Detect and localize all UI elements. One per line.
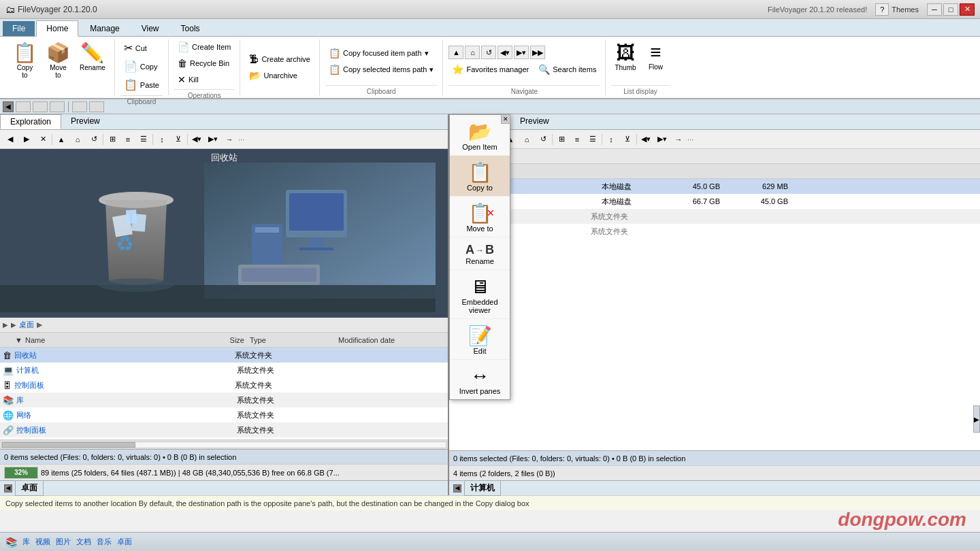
- nav-forward-button[interactable]: ▶▾: [514, 46, 529, 59]
- nav-prev2-btn[interactable]: ◀▾: [189, 133, 204, 146]
- filter-btn[interactable]: ⊻: [171, 133, 186, 146]
- toolbar-view1[interactable]: [16, 101, 31, 112]
- scrollbar-thumb[interactable]: [2, 442, 135, 448]
- left-up-btn[interactable]: ▲: [54, 133, 69, 146]
- tab-preview-left[interactable]: Preview: [61, 114, 110, 129]
- search-items-button[interactable]: 🔍Search items: [535, 62, 600, 77]
- ctx-embedded-viewer[interactable]: 🖥 Embedded viewer: [450, 270, 510, 319]
- tab-exploration-left[interactable]: Exploration: [0, 114, 61, 129]
- right-collapse-btn[interactable]: ◀: [453, 484, 461, 492]
- copy-to-button[interactable]: 📋 Copyto: [10, 39, 40, 81]
- right-view-list-btn[interactable]: ≡: [570, 133, 585, 146]
- rename-button[interactable]: ✏️ Rename: [76, 39, 109, 73]
- left-collapse-btn[interactable]: ◀: [4, 484, 12, 492]
- taskbar-item-desktop[interactable]: 卓面: [117, 537, 132, 547]
- right-list-item[interactable]: 系统文件夹: [449, 224, 980, 239]
- list-item[interactable]: 🌐 网络 系统文件夹: [0, 407, 448, 422]
- unarchive-button[interactable]: 📂Unarchive: [246, 68, 314, 83]
- create-archive-button[interactable]: 🗜Create archive: [246, 52, 314, 67]
- ctx-rename[interactable]: A→B Rename: [450, 237, 510, 270]
- col-type-header[interactable]: Type: [250, 336, 338, 344]
- thumb-button[interactable]: 🖼 Thumb: [611, 39, 639, 73]
- left-forward-btn[interactable]: ▶: [19, 133, 34, 146]
- view-list-btn[interactable]: ≡: [120, 133, 135, 146]
- nav-next2-btn[interactable]: ▶▾: [206, 133, 220, 146]
- right-arrow-btn[interactable]: →: [671, 133, 686, 146]
- tab-tools[interactable]: Tools: [171, 20, 210, 36]
- nav-home-button[interactable]: ⌂: [465, 46, 480, 59]
- nav-next-button[interactable]: ▶▶: [530, 46, 545, 59]
- breadcrumb-desktop[interactable]: 桌面: [19, 320, 34, 330]
- close-button[interactable]: ✕: [960, 3, 975, 16]
- nav-refresh-button[interactable]: ↺: [481, 46, 496, 59]
- flow-button[interactable]: ≡ Flow: [642, 39, 670, 73]
- right-list-item[interactable]: 💾 本地磁盘 (C:) 本地磁盘 45.0 GB 629 MB: [449, 179, 980, 194]
- kill-button[interactable]: ✕Kill: [174, 72, 234, 87]
- nav-arrow-btn[interactable]: →: [222, 133, 237, 146]
- toolbar-view4[interactable]: [72, 101, 87, 112]
- help-button[interactable]: ?: [875, 3, 889, 16]
- create-item-button[interactable]: 📄Create Item: [174, 39, 234, 54]
- taskbar-item-libraries[interactable]: 库: [22, 537, 30, 547]
- right-filter-btn[interactable]: ⊻: [620, 133, 635, 146]
- sort-indicator[interactable]: ▼: [15, 336, 25, 344]
- left-nav-arrow[interactable]: ▶: [11, 321, 16, 329]
- toolbar-view2[interactable]: [33, 101, 48, 112]
- right-next-btn[interactable]: ▶▾: [655, 133, 670, 146]
- move-to-button[interactable]: 📦 Moveto: [43, 39, 74, 81]
- minimize-button[interactable]: ─: [927, 3, 942, 16]
- right-prev-btn[interactable]: ◀▾: [638, 133, 653, 146]
- ctx-edit[interactable]: 📝 Edit: [450, 319, 510, 360]
- col-size-header[interactable]: Size: [202, 336, 250, 344]
- themes-button[interactable]: Themes: [892, 5, 919, 14]
- copy-button[interactable]: 📄Copy: [120, 58, 163, 75]
- col-name-header[interactable]: Name: [25, 336, 202, 344]
- tab-home[interactable]: Home: [36, 20, 78, 37]
- right-list-item[interactable]: 系统文件夹: [449, 209, 980, 224]
- right-view-icon-btn[interactable]: ⊞: [554, 133, 569, 146]
- list-item[interactable]: 📚 库 系统文件夹: [0, 393, 448, 407]
- tab-view[interactable]: View: [131, 20, 169, 36]
- paste-button[interactable]: 📋Paste: [120, 76, 163, 93]
- tab-file[interactable]: File: [3, 21, 35, 36]
- view-detail-btn[interactable]: ☰: [136, 133, 151, 146]
- taskbar-item-pictures[interactable]: 图片: [56, 537, 71, 547]
- view-icon-btn[interactable]: ⊞: [105, 133, 120, 146]
- right-pane-collapse[interactable]: ▶: [973, 405, 980, 433]
- ctx-copy-to[interactable]: 📋 Copy to: [450, 156, 510, 197]
- copy-selected-path-button[interactable]: 📋Copy selected items path▾: [325, 62, 438, 77]
- right-view-detail-btn[interactable]: ☰: [585, 133, 600, 146]
- favorites-button[interactable]: ⭐Favorites manager: [448, 62, 532, 77]
- left-scrollbar-h[interactable]: [0, 439, 448, 449]
- tab-preview-right[interactable]: Preview: [510, 114, 559, 129]
- nav-up-button[interactable]: ▲: [448, 46, 463, 59]
- context-panel-close[interactable]: ✕: [501, 114, 510, 124]
- tab-manage[interactable]: Manage: [80, 20, 129, 36]
- toolbar-icon1[interactable]: ◀: [3, 101, 14, 112]
- sort-btn[interactable]: ↕: [154, 133, 169, 146]
- ctx-move-to[interactable]: 📋✕ Move to: [450, 197, 510, 237]
- nav-back-button[interactable]: ◀▾: [497, 46, 512, 59]
- cut-button[interactable]: ✂Cut: [120, 39, 163, 56]
- taskbar-item-music[interactable]: 音乐: [97, 537, 112, 547]
- taskbar-item-video[interactable]: 视频: [35, 537, 50, 547]
- ctx-invert-panes[interactable]: ↔ Invert panes: [450, 360, 510, 399]
- list-item[interactable]: 💻 计算机 系统文件夹: [0, 363, 448, 378]
- left-stop-btn[interactable]: ✕: [35, 133, 50, 146]
- toolbar-view5[interactable]: [89, 101, 104, 112]
- left-back-btn[interactable]: ◀: [3, 133, 18, 146]
- right-list-item[interactable]: 💾 新地卷 (D:) 本地磁盘 66.7 GB 45.0 GB: [449, 194, 980, 209]
- right-refresh-btn[interactable]: ↺: [536, 133, 551, 146]
- list-item[interactable]: 🔗 控制面板 系统文件夹: [0, 422, 448, 437]
- recycle-bin-button[interactable]: 🗑Recycle Bin: [174, 56, 234, 71]
- col-date-header[interactable]: Modification date: [338, 336, 427, 344]
- toolbar-view3[interactable]: [50, 101, 65, 112]
- left-home-btn[interactable]: ⌂: [70, 133, 85, 146]
- list-item[interactable]: 🗑 回收站 系统文件夹: [0, 348, 448, 363]
- taskbar-item-docs[interactable]: 文档: [76, 537, 91, 547]
- maximize-button[interactable]: □: [943, 3, 958, 16]
- left-refresh-btn[interactable]: ↺: [86, 133, 101, 146]
- copy-focused-path-button[interactable]: 📋Copy focused item path▾: [325, 46, 438, 61]
- right-sort-btn[interactable]: ↕: [604, 133, 619, 146]
- right-home-btn[interactable]: ⌂: [519, 133, 534, 146]
